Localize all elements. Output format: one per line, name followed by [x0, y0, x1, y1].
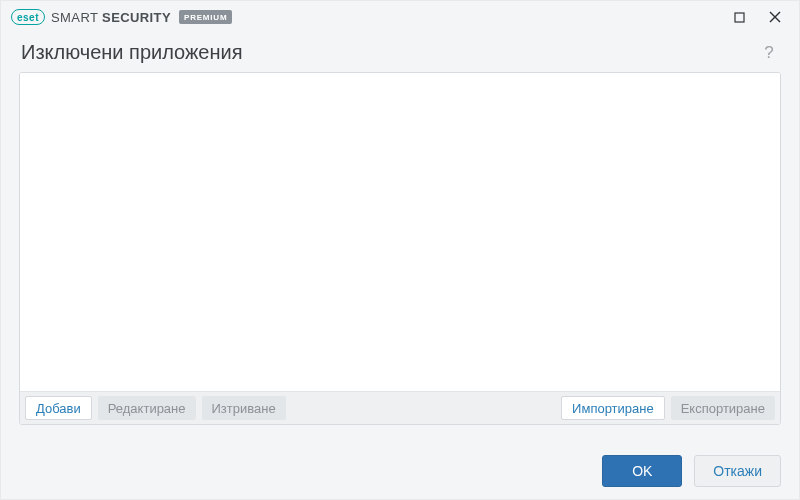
maximize-icon	[734, 12, 745, 23]
window-controls	[721, 3, 793, 31]
help-button[interactable]: ?	[759, 43, 779, 63]
ok-button[interactable]: OK	[602, 455, 682, 487]
titlebar: eset SMART SECURITY PREMIUM	[1, 1, 799, 33]
page-title: Изключени приложения	[21, 41, 243, 64]
edit-button: Редактиране	[98, 396, 196, 420]
svg-rect-0	[735, 13, 744, 22]
exclusions-list[interactable]	[20, 73, 780, 391]
exclusions-panel: Добави Редактиране Изтриване Импортиране…	[19, 72, 781, 425]
close-icon	[769, 11, 781, 23]
brand-text-light: SMART	[51, 10, 98, 25]
add-button[interactable]: Добави	[25, 396, 92, 420]
import-button[interactable]: Импортиране	[561, 396, 665, 420]
close-button[interactable]	[757, 3, 793, 31]
brand: eset SMART SECURITY PREMIUM	[11, 9, 232, 25]
header-row: Изключени приложения ?	[19, 41, 781, 72]
brand-text: SMART SECURITY	[51, 10, 171, 25]
brand-logo-pill: eset	[11, 9, 45, 25]
brand-text-bold: SECURITY	[102, 10, 171, 25]
dialog-footer: OK Откажи	[1, 443, 799, 499]
brand-premium-tag: PREMIUM	[179, 10, 232, 24]
export-button: Експортиране	[671, 396, 775, 420]
delete-button: Изтриване	[202, 396, 286, 420]
help-icon: ?	[764, 43, 773, 63]
maximize-button[interactable]	[721, 3, 757, 31]
cancel-button[interactable]: Откажи	[694, 455, 781, 487]
panel-toolbar: Добави Редактиране Изтриване Импортиране…	[20, 391, 780, 424]
content-area: Изключени приложения ? Добави Редактиран…	[1, 33, 799, 443]
